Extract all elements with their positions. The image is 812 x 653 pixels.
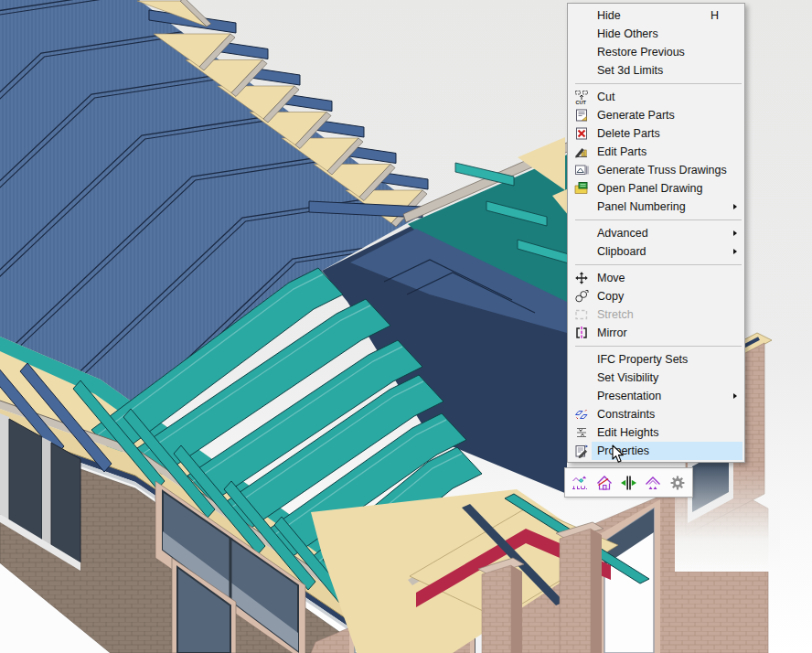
menu-item-label: IFC Property Sets — [597, 350, 733, 369]
no-icon — [574, 199, 589, 214]
properties-icon — [574, 444, 589, 458]
menu-item-label: Constraints — [597, 405, 733, 423]
cut-icon: CUT — [574, 90, 589, 104]
menu-separator — [575, 219, 742, 220]
toolbar-button-truss-tool[interactable] — [642, 470, 665, 495]
edit-heights-icon — [574, 425, 589, 440]
generate-parts-icon — [574, 108, 589, 123]
menu-item-label: Cut — [597, 88, 733, 106]
no-icon — [574, 389, 589, 403]
properties-icon — [574, 444, 589, 458]
menu-item-label: Clipboard — [597, 242, 733, 261]
move-icon — [574, 271, 589, 285]
menu-item-label: Hide — [597, 6, 710, 25]
copy-icon — [574, 289, 589, 304]
menu-item-hide[interactable]: HideH — [568, 6, 744, 25]
menu-item-constraints[interactable]: Constraints — [568, 405, 744, 423]
edit-parts-icon — [574, 145, 589, 159]
no-icon — [574, 27, 589, 41]
no-icon — [574, 45, 589, 59]
menu-item-generate-truss-drawings[interactable]: Generate Truss Drawings — [568, 161, 744, 179]
toolbar-button-settings[interactable] — [666, 470, 689, 495]
submenu-arrow-icon — [733, 204, 743, 209]
context-menu[interactable]: HideHHide OthersRestore PreviousSet 3d L… — [567, 3, 745, 463]
menu-item-edit-heights[interactable]: Edit Heights — [568, 423, 744, 442]
menu-item-label: Generate Truss Drawings — [597, 161, 733, 179]
mirror-icon — [574, 326, 589, 340]
menu-item-mirror[interactable]: Mirror — [568, 324, 744, 342]
menu-item-label: Copy — [597, 287, 733, 305]
menu-item-shortcut: H — [710, 6, 719, 25]
toolbar-button-panel-numbering-tool[interactable] — [569, 470, 592, 495]
porch-column — [556, 522, 604, 653]
menu-item-label: Presentation — [597, 387, 733, 405]
menu-item-restore-previous[interactable]: Restore Previous — [568, 43, 744, 61]
menu-separator — [575, 346, 742, 347]
no-icon — [574, 244, 589, 259]
toolbar-button-roof-tool[interactable] — [593, 470, 615, 495]
copy-icon — [574, 289, 589, 304]
menu-item-label: Delete Parts — [597, 124, 733, 143]
no-icon — [574, 352, 589, 367]
edit-parts-icon — [574, 145, 589, 159]
submenu-arrow-icon — [733, 249, 743, 254]
menu-item-advanced[interactable]: Advanced — [568, 224, 744, 242]
menu-item-label: Edit Parts — [597, 143, 733, 161]
menu-item-label: Panel Numbering — [597, 198, 733, 216]
menu-item-label: Set 3d Limits — [597, 61, 733, 80]
roof-house-icon — [595, 474, 614, 492]
submenu-arrow-icon — [733, 230, 743, 236]
no-icon — [574, 226, 589, 241]
edit-heights-icon — [574, 425, 589, 440]
constraints-icon — [574, 407, 589, 422]
delete-parts-icon — [574, 126, 589, 141]
menu-item-label: Restore Previous — [597, 43, 733, 61]
menu-separator — [575, 83, 742, 84]
open-panel-drawing-icon — [574, 181, 589, 196]
stretch-icon — [574, 307, 589, 322]
menu-item-label: Mirror — [597, 324, 733, 342]
move-icon — [574, 271, 589, 285]
truss-raise-icon — [644, 474, 662, 492]
menu-item-panel-numbering[interactable]: Panel Numbering — [568, 198, 744, 216]
stretch-icon — [574, 307, 589, 322]
menu-item-generate-parts[interactable]: Generate Parts — [568, 106, 744, 124]
menu-item-set-visibility[interactable]: Set Visibility — [568, 369, 744, 387]
menu-item-label: Advanced — [597, 224, 733, 242]
menu-item-clipboard[interactable]: Clipboard — [568, 242, 744, 261]
align-flip-icon — [619, 474, 637, 492]
gear-icon — [668, 474, 687, 492]
panel-layout-icon — [571, 474, 589, 492]
constraints-icon — [574, 407, 589, 422]
menu-item-label: Hide Others — [597, 25, 733, 43]
menu-item-stretch: Stretch — [568, 305, 744, 324]
mini-toolbar[interactable] — [564, 467, 693, 498]
menu-item-hide-others[interactable]: Hide Others — [568, 25, 744, 43]
no-icon — [574, 370, 589, 385]
no-icon — [574, 63, 589, 78]
menu-item-label: Generate Parts — [597, 106, 733, 124]
open-panel-drawing-icon — [574, 181, 589, 196]
cut-icon: CUT — [574, 90, 589, 104]
menu-item-properties[interactable]: Properties — [568, 442, 744, 460]
submenu-arrow-icon — [733, 393, 743, 399]
truss-drawings-icon — [574, 163, 589, 177]
truss-drawings-icon — [574, 163, 589, 177]
menu-item-copy[interactable]: Copy — [568, 287, 744, 305]
menu-item-label: Properties — [597, 442, 733, 460]
menu-item-move[interactable]: Move — [568, 269, 744, 287]
menu-item-ifc-property-sets[interactable]: IFC Property Sets — [568, 350, 744, 369]
mirror-icon — [574, 326, 589, 340]
menu-item-edit-parts[interactable]: Edit Parts — [568, 143, 744, 161]
menu-item-open-panel-drawing[interactable]: Open Panel Drawing — [568, 179, 744, 198]
svg-text:CUT: CUT — [576, 100, 587, 105]
menu-item-label: Set Visibility — [597, 369, 733, 387]
menu-item-label: Open Panel Drawing — [597, 179, 733, 198]
toolbar-button-flip-align-tool[interactable] — [617, 470, 640, 495]
porch-column — [478, 558, 524, 653]
menu-item-label: Stretch — [597, 305, 733, 324]
menu-item-presentation[interactable]: Presentation — [568, 387, 744, 405]
menu-item-delete-parts[interactable]: Delete Parts — [568, 124, 744, 143]
menu-item-cut[interactable]: CUTCut — [568, 88, 744, 106]
menu-item-set-3d-limits[interactable]: Set 3d Limits — [568, 61, 744, 80]
